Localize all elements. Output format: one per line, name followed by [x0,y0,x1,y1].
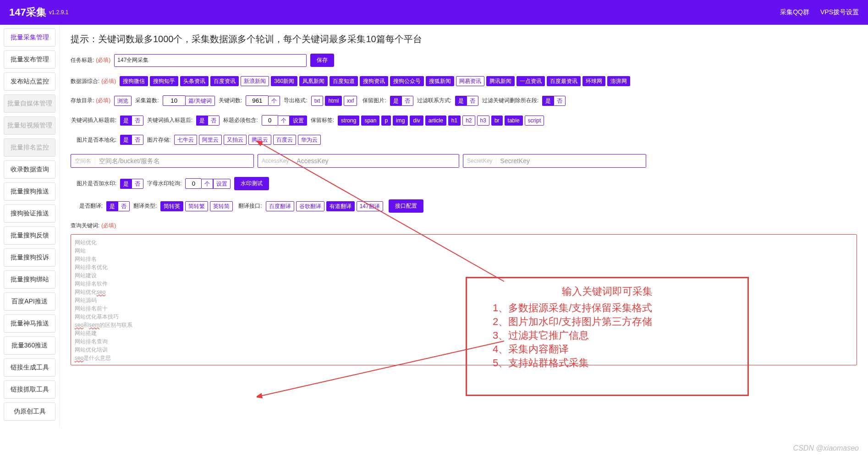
sidebar-item-0[interactable]: 批量采集管理 [4,28,55,47]
keep-tag-3[interactable]: img [393,116,408,126]
task-title-input[interactable] [114,54,307,67]
keywords-textarea[interactable]: 网站优化网站网站排名网站排名优化网站建设网站排名软件网站优化seo网站源码网站排… [71,234,857,365]
sidebar-item-16[interactable]: 链接抓取工具 [4,380,55,399]
keyword-count-input[interactable] [246,95,269,106]
keep-tag-4[interactable]: div [410,116,423,126]
store-tag-3[interactable]: 腾讯云 [248,135,271,145]
watermark-label: 图片是否加水印: [71,180,116,187]
keep-image-no[interactable]: 否 [401,96,413,106]
keep-tag-10[interactable]: table [505,116,523,126]
source-tag-6[interactable]: 凤凰新闻 [299,76,328,86]
collect-count-unit: 篇/关键词 [186,96,215,106]
space-input[interactable] [95,154,253,167]
sidebar-item-8[interactable]: 搜狗验证推送 [4,204,55,223]
keep-tag-7[interactable]: h2 [462,116,475,126]
watermark-rotate-input[interactable] [185,178,202,189]
collect-count-input[interactable] [163,95,186,106]
translate-api-tag-1[interactable]: 谷歌翻译 [296,201,324,211]
filter-contact-no[interactable]: 否 [467,96,478,106]
keep-tag-9[interactable]: br [491,116,503,126]
source-tag-3[interactable]: 百度资讯 [210,76,239,86]
source-tag-0[interactable]: 搜狗微信 [120,76,148,86]
header-link-vps[interactable]: VPS拨号设置 [820,8,859,17]
keep-image-yes[interactable]: 是 [390,96,401,106]
sidebar-item-6[interactable]: 收录数据查询 [4,160,55,179]
source-tag-4[interactable]: 新浪新闻 [241,76,269,86]
sidebar-item-13[interactable]: 批量神马推送 [4,314,55,333]
sidebar-item-14[interactable]: 批量360推送 [4,336,55,355]
source-tag-13[interactable]: 一点资讯 [516,76,545,86]
sidebar-item-17[interactable]: 伪原创工具 [4,402,55,421]
translate-config-button[interactable]: 接口配置 [389,199,423,213]
sidebar-item-11[interactable]: 批量搜狗绑站 [4,270,55,289]
save-button[interactable]: 保存 [310,54,334,67]
insert-before-yes[interactable]: 是 [120,116,132,126]
store-tag-5[interactable]: 华为云 [298,135,321,145]
title-must-set-button[interactable]: 设置 [290,116,307,126]
keep-tag-5[interactable]: article [425,116,446,126]
filter-contact-yes[interactable]: 是 [455,96,467,106]
translate-type-tag-2[interactable]: 英转简 [210,201,233,211]
img-local-no[interactable]: 否 [132,135,143,145]
source-tag-10[interactable]: 搜狐新闻 [426,76,454,86]
insert-before-no[interactable]: 否 [132,116,143,126]
accesskey-input[interactable] [293,154,459,167]
task-title-required: (必填) [96,56,110,64]
secretkey-input[interactable] [496,154,646,167]
insert-after-yes[interactable]: 是 [196,116,208,126]
watermark-no[interactable]: 否 [132,179,143,189]
translate-api-tag-0[interactable]: 百度翻译 [266,201,294,211]
sidebar-item-1[interactable]: 批量发布管理 [4,50,55,69]
keep-tag-11[interactable]: script [525,116,544,126]
format-tag-0[interactable]: txt [311,96,324,106]
sidebar-item-10[interactable]: 批量搜狗投诉 [4,248,55,267]
translate-api-label: 翻译接口: [238,202,262,210]
sidebar-item-9[interactable]: 批量搜狗反馈 [4,226,55,245]
source-tag-14[interactable]: 百度最资讯 [547,76,581,86]
translate-api-tag-3[interactable]: 147翻译 [357,201,383,211]
source-tag-7[interactable]: 百度知道 [330,76,358,86]
keep-tag-1[interactable]: span [361,116,379,126]
source-tag-9[interactable]: 搜狗公众号 [390,76,424,86]
sidebar-item-12[interactable]: 百度API推送 [4,292,55,311]
format-tag-2[interactable]: xxf [344,96,357,106]
translate-type-tag-0[interactable]: 简转英 [160,201,183,211]
store-tag-2[interactable]: 又拍云 [224,135,247,145]
source-tag-11[interactable]: 网易资讯 [456,76,484,86]
translate-api-tag-2[interactable]: 有道翻译 [326,201,355,211]
source-tag-15[interactable]: 环球网 [582,76,605,86]
watermark-set-button[interactable]: 设置 [213,179,231,189]
translate-no[interactable]: 否 [118,201,130,211]
watermark-yes[interactable]: 是 [120,179,132,189]
keep-tag-6[interactable]: h1 [448,116,461,126]
source-tag-16[interactable]: 澎湃网 [607,76,630,86]
source-tag-12[interactable]: 腾讯新闻 [486,76,515,86]
insert-after-no[interactable]: 否 [208,116,220,126]
keep-tag-2[interactable]: p [381,116,391,126]
store-tag-0[interactable]: 七牛云 [174,135,197,145]
translate-yes[interactable]: 是 [106,201,118,211]
sidebar-item-2[interactable]: 发布站点监控 [4,72,55,91]
sidebar-item-7[interactable]: 批量搜狗推送 [4,182,55,201]
keep-tag-0[interactable]: strong [338,116,359,126]
format-tag-1[interactable]: html [325,96,342,106]
source-tag-8[interactable]: 搜狗资讯 [360,76,388,86]
source-tag-2[interactable]: 头条资讯 [180,76,209,86]
header-link-qq[interactable]: 采集QQ群 [780,8,809,17]
source-tag-1[interactable]: 搜狗知乎 [150,76,178,86]
filter-kw-del-no[interactable]: 否 [554,96,566,106]
store-tag-4[interactable]: 百度云 [273,135,296,145]
img-local-yes[interactable]: 是 [120,135,132,145]
watermark-test-button[interactable]: 水印测试 [234,177,269,190]
keep-tag-8[interactable]: h3 [477,116,489,126]
title-must-input[interactable] [262,115,278,126]
store-tag-1[interactable]: 阿里云 [199,135,222,145]
sidebar-item-15[interactable]: 链接生成工具 [4,358,55,377]
translate-type-tag-1[interactable]: 简转繁 [185,201,208,211]
browse-button[interactable]: 浏览 [114,96,132,106]
sidebar: 批量采集管理批量发布管理发布站点监控批量自媒体管理批量短视频管理批量排名监控收录… [0,25,60,428]
insert-before-label: 关键词插入标题前: [71,116,116,124]
filter-kw-del-yes[interactable]: 是 [542,96,554,106]
app-header: 147采集 v1.2.9.1 采集QQ群 VPS拨号设置 [0,0,868,25]
source-tag-5[interactable]: 360新闻 [271,76,297,86]
